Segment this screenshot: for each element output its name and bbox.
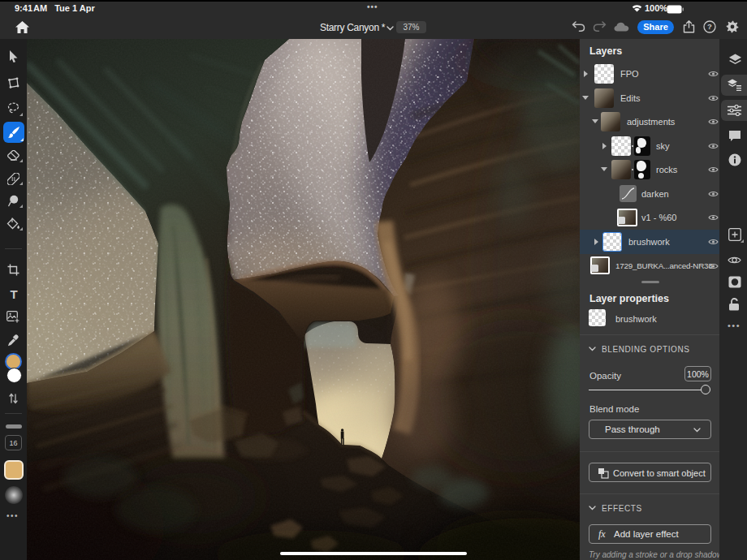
svg-text:?: ?	[707, 22, 712, 31]
